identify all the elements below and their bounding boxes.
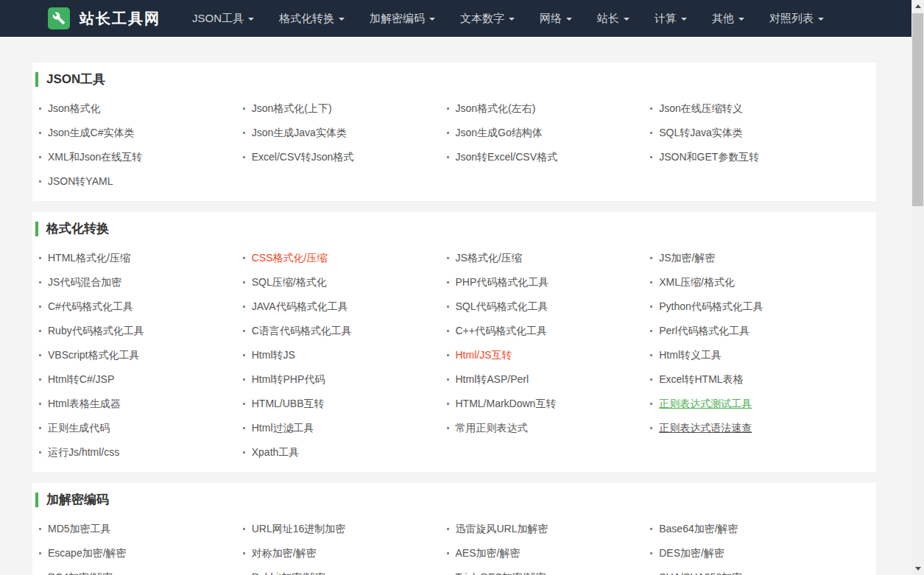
list-item: Json格式化(左右): [447, 96, 651, 121]
tool-link[interactable]: C语言代码格式化工具: [252, 325, 352, 338]
nav-menu: JSON工具格式化转换加解密编码文本数字网络站长计算其他对照列表: [180, 0, 836, 37]
tool-link[interactable]: JS格式化/压缩: [456, 252, 522, 265]
tool-link[interactable]: SQL转Java实体类: [659, 127, 743, 140]
nav-item-format-convert[interactable]: 格式化转换: [267, 0, 357, 37]
tool-link[interactable]: Xpath工具: [252, 446, 300, 459]
tool-link[interactable]: Escape加密/解密: [48, 547, 127, 560]
tool-link[interactable]: Html转义工具: [659, 349, 722, 362]
list-item: RC4加密/解密: [39, 565, 243, 575]
tool-link[interactable]: Excel/CSV转Json格式: [252, 151, 353, 164]
tool-link[interactable]: HTML格式化/压缩: [48, 252, 130, 265]
tool-link[interactable]: HTML/MarkDown互转: [456, 398, 557, 411]
tool-link[interactable]: Base64加密/解密: [659, 523, 738, 536]
tool-link[interactable]: HTML/UBB互转: [252, 398, 325, 411]
tool-link[interactable]: C#代码格式化工具: [48, 300, 133, 314]
tool-link[interactable]: URL网址16进制加密: [252, 523, 346, 536]
tool-link[interactable]: Rabbit加密/解密: [252, 571, 325, 575]
tool-link[interactable]: 常用正则表达式: [456, 422, 528, 435]
chevron-down-icon: [248, 18, 254, 21]
tool-link[interactable]: 运行Js/html/css: [48, 446, 119, 459]
tool-link[interactable]: TripleDES加密/解密: [456, 571, 546, 575]
list-item: Escape加密/解密: [39, 541, 243, 565]
tool-link[interactable]: Json格式化: [48, 102, 101, 116]
top-navbar: 站长工具网 JSON工具格式化转换加解密编码文本数字网络站长计算其他对照列表: [0, 0, 911, 37]
list-item: JSON转YAML: [39, 169, 243, 194]
scroll-up-arrow-icon[interactable]: [911, 0, 924, 13]
tool-link[interactable]: PHP代码格式化工具: [456, 276, 549, 289]
tool-link[interactable]: Json转Excel/CSV格式: [456, 151, 557, 164]
bullet-icon: [39, 306, 41, 308]
nav-item-webmaster[interactable]: 站长: [585, 0, 642, 37]
tool-link[interactable]: Html转PHP代码: [252, 373, 325, 387]
tool-link[interactable]: Html表格生成器: [48, 398, 121, 411]
tool-link[interactable]: JS加密/解密: [659, 252, 715, 265]
tool-link[interactable]: XML压缩/格式化: [659, 276, 735, 289]
bullet-icon: [39, 451, 41, 454]
tool-link[interactable]: Json格式化(上下): [252, 102, 332, 116]
nav-item-reference-list[interactable]: 对照列表: [757, 0, 836, 37]
list-item: Html表格生成器: [39, 392, 243, 416]
list-item: DES加密/解密: [650, 541, 854, 565]
nav-item-others[interactable]: 其他: [699, 0, 757, 37]
tool-link[interactable]: JSON转YAML: [48, 175, 113, 188]
tool-link[interactable]: AES加密/解密: [456, 547, 521, 560]
list-item: Json格式化(上下): [243, 96, 447, 121]
bullet-icon: [39, 257, 41, 259]
tool-link[interactable]: JAVA代码格式化工具: [252, 300, 348, 314]
nav-item-calculate[interactable]: 计算: [642, 0, 699, 37]
tool-link[interactable]: SQL代码格式化工具: [456, 300, 549, 314]
list-item: Json在线压缩转义: [650, 96, 854, 121]
tool-link[interactable]: SHA/SHA256加密: [659, 571, 742, 575]
tool-link[interactable]: Html转JS: [252, 349, 295, 362]
scroll-down-arrow-icon[interactable]: [911, 562, 924, 575]
nav-item-encrypt-encode[interactable]: 加解密编码: [357, 0, 448, 37]
nav-item-network[interactable]: 网络: [527, 0, 585, 37]
tool-link[interactable]: DES加密/解密: [659, 547, 724, 560]
tool-link[interactable]: 正则生成代码: [48, 422, 110, 435]
tool-link[interactable]: VBScript格式化工具: [48, 349, 139, 362]
tool-link[interactable]: 对称加密/解密: [252, 547, 317, 560]
tool-link[interactable]: Perl代码格式化工具: [659, 325, 750, 338]
wrench-icon: [48, 7, 70, 29]
tool-link[interactable]: Excel转HTML表格: [659, 373, 743, 387]
tool-link[interactable]: Html过滤工具: [252, 422, 314, 435]
tool-link[interactable]: RC4加密/解密: [48, 571, 113, 575]
tool-link[interactable]: Html转C#/JSP: [48, 373, 114, 387]
chevron-down-icon: [429, 18, 435, 21]
tool-link[interactable]: 正则表达式测试工具: [659, 398, 752, 411]
bullet-icon: [447, 107, 449, 110]
tool-link[interactable]: Json生成C#实体类: [48, 127, 134, 140]
chevron-down-icon: [681, 18, 687, 21]
list-item: XML压缩/格式化: [650, 270, 854, 294]
tool-link[interactable]: Html/JS互转: [456, 349, 512, 362]
tool-link[interactable]: 正则表达式语法速查: [659, 422, 752, 435]
tool-link[interactable]: Ruby代码格式化工具: [48, 325, 144, 338]
tool-link[interactable]: Python代码格式化工具: [659, 300, 763, 314]
bullet-icon: [650, 306, 652, 308]
list-item: Excel转HTML表格: [650, 367, 854, 392]
bullet-icon: [447, 281, 449, 283]
tool-link[interactable]: JSON和GET参数互转: [659, 151, 759, 164]
tool-link[interactable]: Json在线压缩转义: [659, 102, 743, 116]
tool-link[interactable]: Json格式化(左右): [456, 102, 536, 116]
bullet-icon: [447, 378, 449, 381]
tool-link[interactable]: JS代码混合加密: [48, 276, 121, 289]
tool-link[interactable]: XML和Json在线互转: [48, 151, 142, 164]
tool-sections: JSON工具Json格式化Json格式化(上下)Json格式化(左右)Json在…: [32, 63, 876, 575]
brand-home-link[interactable]: 站长工具网: [48, 7, 161, 29]
tool-link[interactable]: SQL压缩/格式化: [252, 276, 327, 289]
list-item: XML和Json在线互转: [39, 145, 243, 169]
tool-link[interactable]: 迅雷旋风URL加解密: [456, 523, 549, 536]
tool-link[interactable]: Html转ASP/Perl: [456, 373, 529, 387]
tool-link[interactable]: CSS格式化/压缩: [252, 252, 328, 265]
tool-link[interactable]: Json生成Go结构体: [456, 127, 543, 140]
bullet-icon: [39, 132, 41, 134]
nav-item-text-number[interactable]: 文本数字: [448, 0, 527, 37]
tool-link[interactable]: Json生成Java实体类: [252, 127, 347, 140]
tool-link[interactable]: C++代码格式化工具: [456, 325, 547, 338]
tool-link[interactable]: MD5加密工具: [48, 523, 111, 536]
scrollbar-thumb[interactable]: [912, 13, 923, 206]
nav-item-label: 站长: [597, 12, 619, 26]
nav-item-json-tools[interactable]: JSON工具: [180, 0, 267, 37]
vertical-scrollbar[interactable]: [911, 0, 924, 575]
